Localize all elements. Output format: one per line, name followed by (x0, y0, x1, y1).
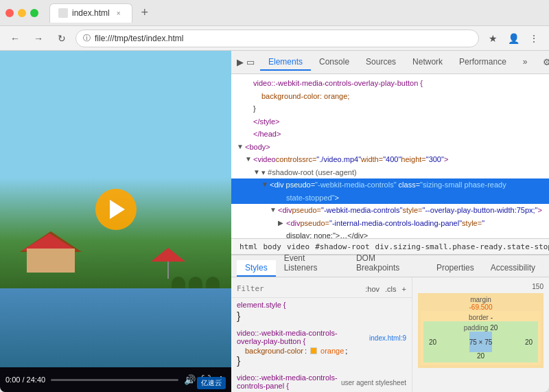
nav-bar: ← → ↻ ⓘ file:///tmp/test/index.html ★ 👤 … (0, 26, 549, 51)
bm-padding-bottom: 20 (426, 352, 535, 360)
dom-line[interactable]: <video controls src="./video.mp4" width=… (231, 153, 549, 166)
active-tab[interactable]: index.html × (49, 3, 132, 23)
properties-tab[interactable]: Properties (428, 260, 482, 277)
bm-padding-row: 20 75 × 75 20 (426, 332, 535, 352)
nav-actions: ★ 👤 ⋮ (483, 29, 544, 48)
style-property-line: background-color : orange ; (237, 347, 406, 355)
tab-close-button[interactable]: × (114, 8, 124, 18)
total-time: 24:40 (27, 376, 46, 384)
profile-button[interactable]: 👤 (504, 29, 523, 48)
breadcrumb-video[interactable]: video (284, 242, 312, 251)
tab-title: index.html (72, 8, 110, 18)
breadcrumb-div-class[interactable]: div.sizing-small.phase-ready.state-stopp… (373, 242, 549, 251)
dom-arrow[interactable] (237, 141, 245, 152)
sources-tab[interactable]: Sources (358, 54, 404, 71)
color-swatch[interactable] (310, 347, 317, 354)
style-selector[interactable]: video::-webkit-media-controls-controls-p… (237, 373, 338, 390)
overlay-play-button-rule: video::-webkit-media-controls-overlay-pl… (231, 326, 412, 371)
scene-umbrella (151, 248, 185, 279)
bm-border: border - padding 20 (421, 311, 541, 365)
box-model-right-label: 150 (532, 283, 544, 290)
tab-favicon (58, 8, 68, 18)
device-toolbar-button[interactable]: ▭ (246, 54, 255, 71)
devtools-toolbar: ▶ ▭ Elements Console Sources Network Per… (231, 51, 549, 74)
dom-line[interactable]: <div pseudo="-internal-media-controls-lo… (231, 217, 549, 230)
maximize-button[interactable] (30, 9, 38, 17)
user-agent-rule: video::-webkit-media-controls-controls-p… (231, 371, 412, 392)
style-selector[interactable]: element.style { (237, 301, 406, 309)
box-model-viz: margin -69.500 border - (418, 293, 544, 368)
style-selector[interactable]: video::-webkit-media-controls-overlay-pl… (237, 329, 338, 345)
scene-house (23, 231, 78, 273)
bm-padding: padding 20 20 75 × 75 (423, 321, 538, 362)
dom-line[interactable]: video::-webkit-media-controls-overlay-pl… (231, 77, 549, 90)
styles-tab[interactable]: Styles (237, 260, 276, 277)
devtools-tabs: Elements Console Sources Network Perform… (260, 54, 536, 71)
dom-line[interactable]: </head> (231, 128, 549, 141)
dom-line[interactable]: display: none;">…</div> (231, 229, 549, 238)
dom-line[interactable]: background-color: orange; (231, 90, 549, 103)
dom-line[interactable]: </style> (231, 115, 549, 128)
event-listeners-tab[interactable]: Event Listeners (276, 251, 348, 277)
accessibility-tab[interactable]: Accessibility (482, 260, 544, 277)
dom-selected-line-cont[interactable]: state-stopped"> (231, 192, 549, 205)
style-filter-input[interactable] (237, 284, 360, 293)
address-bar[interactable]: ⓘ file:///tmp/test/index.html (75, 30, 479, 47)
settings-button[interactable]: ⚙ (539, 54, 550, 71)
elements-tab[interactable]: Elements (260, 54, 311, 71)
dom-arrow[interactable] (278, 218, 286, 228)
add-style-button[interactable]: + (402, 285, 406, 293)
dom-arrow[interactable] (245, 154, 253, 164)
dom-line[interactable]: <div pseudo="-webkit-media-controls" sty… (231, 204, 549, 217)
title-bar: index.html × + (0, 0, 549, 26)
scene-water (0, 288, 231, 367)
more-tabs-button[interactable]: » (515, 54, 536, 71)
inspect-element-button[interactable]: ▶ (237, 54, 244, 71)
bottom-panel: Styles Event Listeners DOM Breakpoints P… (231, 255, 549, 392)
user-agent-label: user agent stylesheet (341, 379, 406, 387)
volume-button[interactable]: 🔊 (184, 374, 196, 385)
dom-shadow-root[interactable]: ▾ #shadow-root (user-agent) (231, 166, 549, 179)
styles-panel: :hov .cls + element.style { } video (231, 277, 412, 392)
tab-bar: index.html × + (49, 3, 544, 23)
cls-button[interactable]: .cls (385, 285, 397, 293)
browser-window: index.html × + ← → ↻ ⓘ file:///tmp/test/… (0, 0, 549, 392)
bm-margin-label: margin (421, 296, 541, 303)
dom-arrow[interactable] (270, 205, 278, 215)
close-button[interactable] (5, 9, 14, 17)
dom-arrow[interactable] (261, 179, 270, 189)
network-tab[interactable]: Network (404, 54, 451, 71)
dom-tree: video::-webkit-media-controls-overlay-pl… (231, 74, 549, 238)
dom-line[interactable]: } (231, 102, 549, 115)
devtools-actions: ⚙ ⋮ ✕ (539, 54, 550, 71)
hov-button[interactable]: :hov (365, 285, 379, 293)
breadcrumb-html[interactable]: html (237, 242, 261, 251)
dom-line[interactable]: <body> (231, 141, 549, 154)
play-overlay (95, 189, 137, 230)
video-panel: 0:00 / 24:40 🔊 ⛶ ⋮ 亿速云 (0, 51, 231, 392)
reload-button[interactable]: ↻ (52, 29, 71, 48)
dom-breakpoints-tab[interactable]: DOM Breakpoints (348, 251, 428, 277)
umbrella-top (151, 248, 185, 262)
console-tab[interactable]: Console (311, 54, 358, 71)
style-source[interactable]: index.html:9 (369, 334, 406, 342)
dom-selected-line[interactable]: <div pseudo="-webkit-media-controls" cla… (231, 178, 549, 192)
minimize-button[interactable] (18, 9, 26, 17)
style-close: } (237, 310, 406, 323)
url-display: file:///tmp/test/index.html (95, 34, 471, 43)
forward-button[interactable]: → (29, 29, 48, 48)
time-display: 0:00 / 24:40 (5, 376, 45, 384)
dom-arrow[interactable] (253, 167, 261, 177)
performance-tab[interactable]: Performance (451, 54, 515, 71)
bm-margin: margin -69.500 border - (418, 293, 544, 368)
play-button[interactable] (95, 189, 137, 230)
main-content: 0:00 / 24:40 🔊 ⛶ ⋮ 亿速云 ▶ ▭ Ele (0, 51, 549, 392)
new-tab-button[interactable]: + (135, 3, 154, 23)
breadcrumb-body[interactable]: body (261, 242, 285, 251)
menu-button[interactable]: ⋮ (524, 29, 544, 48)
element-style-rule: element.style { } (231, 298, 412, 326)
bookmarks-button[interactable]: ★ (483, 29, 502, 48)
progress-bar[interactable] (51, 379, 178, 381)
back-button[interactable]: ← (5, 29, 25, 48)
breadcrumb-shadow-root[interactable]: #shadow-root (312, 242, 372, 251)
